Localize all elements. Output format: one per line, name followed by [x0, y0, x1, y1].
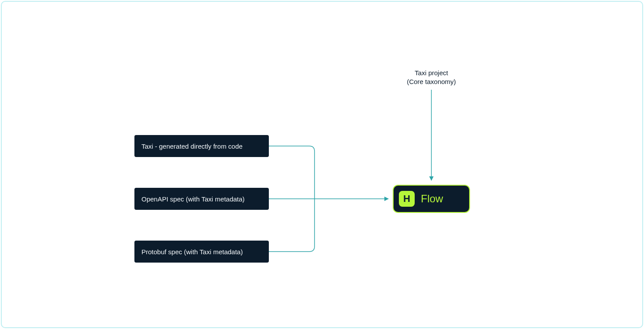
source-box-taxi: Taxi - generated directly from code	[134, 135, 269, 157]
connector-lines	[2, 2, 644, 329]
source-box-openapi-label: OpenAPI spec (with Taxi metadata)	[141, 195, 245, 203]
source-box-protobuf: Protobuf spec (with Taxi metadata)	[134, 241, 269, 263]
diagram-frame: Taxi project (Core taxonomy) Taxi - gene…	[1, 1, 643, 328]
flow-logo-letter: H	[403, 193, 410, 205]
top-annotation-line2: (Core taxonomy)	[387, 77, 475, 86]
top-annotation-line1: Taxi project	[387, 69, 475, 77]
source-box-protobuf-label: Protobuf spec (with Taxi metadata)	[141, 248, 243, 256]
source-box-openapi: OpenAPI spec (with Taxi metadata)	[134, 188, 269, 210]
source-box-taxi-label: Taxi - generated directly from code	[141, 143, 242, 150]
flow-logo-icon: H	[399, 191, 415, 207]
top-annotation: Taxi project (Core taxonomy)	[387, 69, 475, 87]
flow-node: H Flow	[393, 185, 470, 213]
flow-label: Flow	[421, 193, 443, 205]
